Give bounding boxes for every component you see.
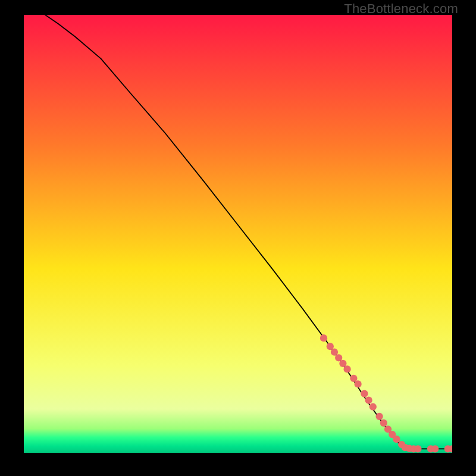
data-marker xyxy=(380,419,387,427)
data-marker xyxy=(354,380,361,387)
data-marker xyxy=(369,403,377,411)
chart-svg xyxy=(24,15,452,453)
data-marker xyxy=(361,390,368,397)
plot-area xyxy=(24,15,452,453)
data-marker xyxy=(320,334,327,342)
data-marker xyxy=(431,445,439,452)
data-marker xyxy=(343,365,350,372)
chart-frame: TheBottleneck.com xyxy=(0,0,476,476)
data-marker xyxy=(414,445,421,452)
svg-rect-0 xyxy=(24,15,452,453)
data-marker xyxy=(393,436,400,443)
data-marker xyxy=(365,397,372,404)
data-marker xyxy=(375,413,383,420)
